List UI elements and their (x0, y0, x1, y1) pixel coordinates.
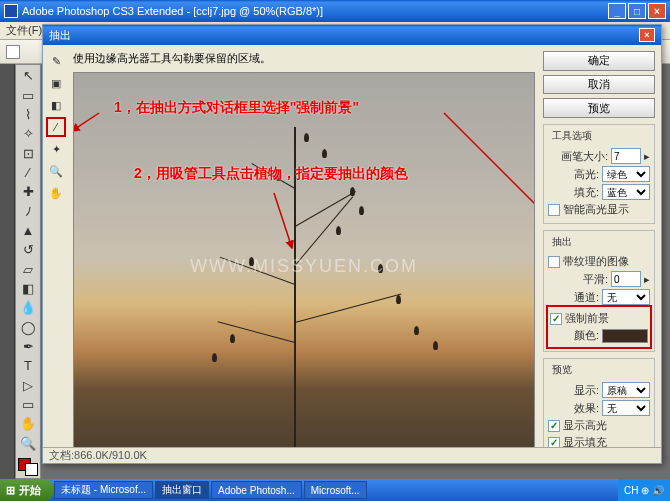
channel-select[interactable]: 无 (602, 289, 650, 305)
stepper-icon[interactable]: ▸ (644, 150, 650, 163)
dialog-instruction: 使用边缘高光器工具勾勒要保留的区域。 (73, 51, 535, 66)
extract-group: 抽出 带纹理的图像 平滑:▸ 通道:无 ✓强制前景 颜色: (543, 230, 655, 352)
brush-tool[interactable]: ﾉ (18, 202, 38, 219)
dialog-status: 文档:866.0K/910.0K (43, 447, 661, 463)
windows-icon: ⊞ (6, 484, 15, 497)
start-button[interactable]: ⊞开始 (0, 479, 53, 501)
textured-checkbox[interactable] (548, 256, 560, 268)
toolbox: ↖ ▭ ⌇ ✧ ⊡ ⁄ ✚ ﾉ ▲ ↺ ▱ ◧ 💧 ◯ ✒ T ▷ ▭ ✋ 🔍 (15, 64, 41, 479)
tool-options-group: 工具选项 画笔大小:▸ 高光:绿色 填充:蓝色 智能高光显示 (543, 124, 655, 224)
fill-label: 填充: (548, 185, 599, 200)
force-foreground-highlight: ✓强制前景 颜色: (546, 305, 652, 349)
blur-tool[interactable]: 💧 (18, 299, 38, 316)
app-icon (4, 4, 18, 18)
history-brush-tool[interactable]: ↺ (18, 241, 38, 258)
zoom-tool[interactable]: 🔍 (18, 435, 38, 452)
group-title: 预览 (550, 363, 574, 377)
close-button[interactable]: × (648, 3, 666, 19)
smart-highlight-label: 智能高光显示 (563, 202, 629, 217)
extract-dialog: 抽出 × ✎ ▣ ◧ ⁄ ✦ 🔍 ✋ 使用边缘高光器工具勾勒要保留的区域。 (42, 24, 662, 464)
menu-file[interactable]: 文件(F) (6, 23, 42, 38)
taskbar-item[interactable]: Microsoft... (304, 481, 367, 499)
hand-tool[interactable]: ✋ (18, 415, 38, 432)
color-swatch[interactable] (602, 329, 648, 343)
dialog-titlebar: 抽出 × (43, 25, 661, 45)
taskbar-item[interactable]: 抽出窗口 (155, 481, 209, 499)
path-tool[interactable]: ▷ (18, 377, 38, 394)
brush-size-input[interactable] (611, 148, 641, 164)
color-label: 颜色: (550, 328, 599, 343)
seed-icon (378, 264, 383, 273)
seed-icon (212, 353, 217, 362)
annotation-2: 2，用吸管工具点击植物，指定要抽出的颜色 (134, 165, 408, 183)
preview-canvas[interactable]: 1，在抽出方式对话框里选择"强制前景" 2，用吸管工具点击植物，指定要抽出的颜色… (73, 72, 535, 459)
force-foreground-checkbox[interactable]: ✓ (550, 313, 562, 325)
lasso-tool[interactable]: ⌇ (18, 106, 38, 123)
wand-tool[interactable]: ✧ (18, 125, 38, 142)
stepper-icon[interactable]: ▸ (644, 273, 650, 286)
eraser-tool[interactable]: ▱ (18, 260, 38, 277)
group-title: 工具选项 (550, 129, 594, 143)
eraser-dialog-tool[interactable]: ◧ (46, 95, 66, 115)
seed-icon (433, 341, 438, 350)
taskbar-item[interactable]: 未标题 - Microsof... (54, 481, 153, 499)
smooth-label: 平滑: (548, 272, 608, 287)
zoom-dialog-tool[interactable]: 🔍 (46, 161, 66, 181)
show-highlight-checkbox[interactable]: ✓ (548, 420, 560, 432)
dialog-title: 抽出 (49, 28, 71, 43)
display-label: 效果: (548, 401, 599, 416)
show-highlight-label: 显示高光 (563, 418, 607, 433)
start-label: 开始 (19, 483, 41, 498)
display-select[interactable]: 无 (602, 400, 650, 416)
pen-tool[interactable]: ✒ (18, 338, 38, 355)
dialog-sidebar: 确定 取消 预览 工具选项 画笔大小:▸ 高光:绿色 填充:蓝色 智能高光显示 … (539, 45, 661, 463)
crop-tool[interactable]: ⊡ (18, 144, 38, 161)
edge-highlighter-tool[interactable]: ✎ (46, 51, 66, 71)
seed-icon (396, 295, 401, 304)
cleanup-tool[interactable]: ✦ (46, 139, 66, 159)
show-label: 显示: (548, 383, 599, 398)
highlight-select[interactable]: 绿色 (602, 166, 650, 182)
seed-icon (336, 226, 341, 235)
eyedropper-tool[interactable]: ⁄ (18, 164, 38, 181)
cancel-button[interactable]: 取消 (543, 75, 655, 95)
system-tray[interactable]: CH ⊕ 🔊 (618, 479, 670, 501)
stamp-tool[interactable]: ▲ (18, 222, 38, 239)
healing-tool[interactable]: ✚ (18, 183, 38, 200)
shape-tool[interactable]: ▭ (18, 396, 38, 413)
brush-size-label: 画笔大小: (548, 149, 608, 164)
tool-preset-icon[interactable] (6, 45, 20, 59)
textured-label: 带纹理的图像 (563, 254, 629, 269)
taskbar-item[interactable]: Adobe Photosh... (211, 481, 302, 499)
group-title: 抽出 (550, 235, 574, 249)
background-swatch[interactable] (25, 463, 38, 476)
preview-group: 预览 显示:原稿 效果:无 ✓显示高光 ✓显示填充 (543, 358, 655, 457)
color-swatches[interactable] (18, 458, 38, 476)
gradient-tool[interactable]: ◧ (18, 280, 38, 297)
taskbar: ⊞开始 未标题 - Microsof... 抽出窗口 Adobe Photosh… (0, 479, 670, 501)
ok-button[interactable]: 确定 (543, 51, 655, 71)
dialog-main: 使用边缘高光器工具勾勒要保留的区域。 (69, 45, 539, 463)
maximize-button[interactable]: □ (628, 3, 646, 19)
fill-tool[interactable]: ▣ (46, 73, 66, 93)
photo-background (74, 73, 534, 458)
fill-select[interactable]: 蓝色 (602, 184, 650, 200)
smart-highlight-checkbox[interactable] (548, 204, 560, 216)
titlebar: Adobe Photoshop CS3 Extended - [cclj7.jp… (0, 0, 670, 22)
dodge-tool[interactable]: ◯ (18, 318, 38, 335)
force-foreground-label: 强制前景 (565, 311, 609, 326)
type-tool[interactable]: T (18, 357, 38, 374)
move-tool[interactable]: ↖ (18, 67, 38, 84)
annotation-1: 1，在抽出方式对话框里选择"强制前景" (114, 99, 359, 117)
hand-dialog-tool[interactable]: ✋ (46, 183, 66, 203)
show-select[interactable]: 原稿 (602, 382, 650, 398)
status-text: 文档:866.0K/910.0K (49, 448, 147, 463)
dialog-close-button[interactable]: × (639, 28, 655, 42)
smooth-input[interactable] (611, 271, 641, 287)
preview-button[interactable]: 预览 (543, 98, 655, 118)
highlight-label: 高光: (548, 167, 599, 182)
eyedropper-dialog-tool[interactable]: ⁄ (46, 117, 66, 137)
marquee-tool[interactable]: ▭ (18, 86, 38, 103)
channel-label: 通道: (548, 290, 599, 305)
minimize-button[interactable]: _ (608, 3, 626, 19)
